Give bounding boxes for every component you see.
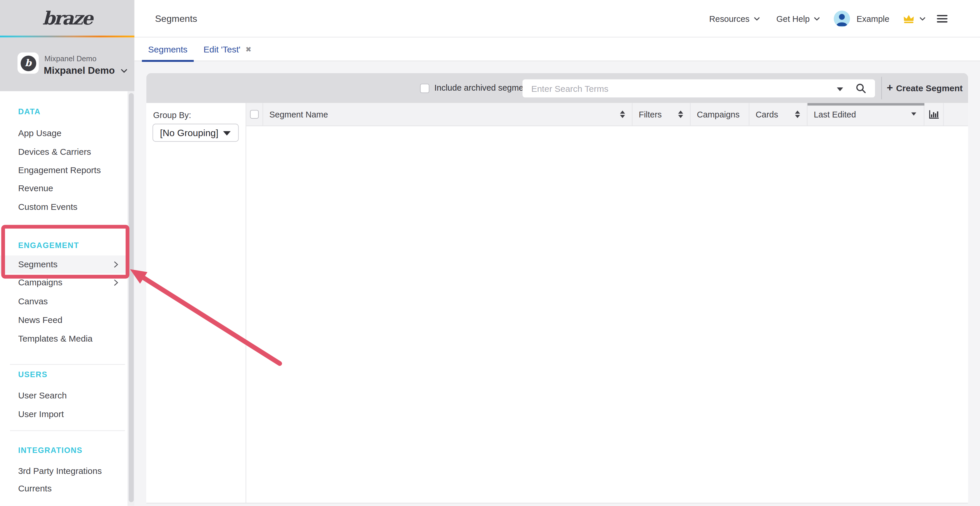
column-header-cards[interactable]: Cards: [749, 103, 807, 125]
table-body-empty: [246, 127, 968, 503]
select-all-checkbox-cell: [246, 103, 263, 125]
group-by-value: [No Grouping]: [160, 127, 218, 138]
search-icon[interactable]: [856, 83, 866, 94]
dropdown-caret-icon: [223, 131, 231, 136]
sort-icon[interactable]: [620, 110, 625, 118]
sidebar-divider: [10, 430, 125, 431]
sidebar-item-3rd-party-integrations[interactable]: 3rd Party Integrations: [0, 462, 127, 480]
get-help-menu[interactable]: Get Help: [776, 14, 821, 23]
select-all-checkbox[interactable]: [250, 110, 259, 119]
chevron-down-icon: [814, 17, 820, 21]
top-bar: Segments Resources Get Help: [0, 0, 980, 38]
sidebar-scrollbar[interactable]: [127, 91, 134, 506]
workspace-logo: b: [18, 52, 39, 74]
group-by-panel: Group By: [No Grouping]: [146, 103, 246, 504]
braze-app-window: Segments Resources Get Help: [0, 0, 980, 506]
sidebar-item-user-import[interactable]: User Import: [0, 405, 127, 423]
sidebar-item-engagement-reports[interactable]: Engagement Reports: [0, 161, 127, 179]
hamburger-menu-icon[interactable]: [937, 14, 947, 23]
user-avatar[interactable]: [834, 11, 851, 27]
sidebar-heading-users: USERS: [18, 366, 48, 384]
workspace-name: Mixpanel Demo: [44, 65, 127, 76]
sort-icon[interactable]: [678, 110, 683, 118]
sidebar-heading-engagement: ENGAGEMENT: [18, 237, 79, 254]
chevron-down-icon: [920, 17, 926, 21]
close-icon[interactable]: ✖: [246, 45, 252, 54]
create-segment-button[interactable]: + Create Segment: [881, 73, 968, 103]
page-title: Segments: [155, 0, 197, 38]
column-header-segment-name[interactable]: Segment Name: [263, 103, 632, 125]
tab-segments[interactable]: Segments: [142, 38, 194, 61]
tab-bar: Segments Edit 'Test' ✖: [134, 38, 980, 61]
include-archived-label: Include archived segments: [434, 73, 535, 103]
sidebar-item-revenue[interactable]: Revenue: [0, 179, 127, 197]
chevron-down-icon: [121, 68, 127, 73]
column-header-last-edited[interactable]: Last Edited: [808, 103, 924, 125]
table-header: Segment Name Filters Campaigns Cards Las…: [246, 103, 968, 126]
column-header-campaigns[interactable]: Campaigns: [690, 103, 749, 125]
search-box: [522, 79, 875, 97]
sidebar-item-templates-media[interactable]: Templates & Media: [0, 330, 127, 347]
sort-icon[interactable]: [795, 110, 800, 118]
sidebar-item-campaigns[interactable]: Campaigns: [0, 274, 127, 291]
crown-icon: [902, 14, 915, 24]
tab-edit-test[interactable]: Edit 'Test' ✖: [199, 38, 256, 61]
tab-label: Edit 'Test': [204, 44, 240, 54]
sidebar-item-currents[interactable]: Currents: [0, 480, 127, 497]
chevron-down-icon: [754, 17, 760, 21]
chevron-right-icon: [114, 279, 118, 286]
account-menu[interactable]: Example: [857, 14, 926, 24]
search-dropdown-caret-icon[interactable]: [837, 87, 843, 91]
column-header-analytics[interactable]: [924, 103, 943, 125]
sidebar-item-custom-events[interactable]: Custom Events: [0, 198, 127, 216]
sidebar-item-canvas[interactable]: Canvas: [0, 292, 127, 310]
sidebar-item-app-usage[interactable]: App Usage: [0, 124, 127, 142]
segments-toolbar: Include archived segments + Create Segme…: [146, 73, 968, 103]
sidebar: b Mixpanel Demo Mixpanel Demo DATA App U…: [0, 38, 134, 506]
sort-desc-icon[interactable]: [911, 113, 916, 116]
sidebar-item-devices-carriers[interactable]: Devices & Carriers: [0, 143, 127, 160]
search-input[interactable]: [522, 79, 838, 97]
top-bar-actions: Resources Get Help Exam: [709, 0, 980, 38]
group-by-select[interactable]: [No Grouping]: [153, 124, 239, 142]
sidebar-item-user-search[interactable]: User Search: [0, 387, 127, 404]
sidebar-scrollbar-thumb[interactable]: [128, 93, 133, 502]
braze-logo: braze: [0, 0, 134, 36]
sidebar-item-news-feed[interactable]: News Feed: [0, 311, 127, 328]
sidebar-header: braze: [0, 0, 134, 38]
group-by-label: Group By:: [153, 111, 191, 120]
column-header-filters[interactable]: Filters: [633, 103, 690, 125]
include-archived-checkbox[interactable]: [420, 84, 430, 93]
bar-chart-icon: [928, 109, 939, 119]
column-header-spacer: [944, 103, 968, 125]
plus-icon: +: [887, 82, 893, 94]
sidebar-item-segments[interactable]: Segments: [0, 255, 127, 273]
sidebar-heading-data: DATA: [18, 103, 41, 121]
workspace-group-label: Mixpanel Demo: [45, 54, 97, 63]
sidebar-divider: [10, 364, 125, 365]
resources-menu[interactable]: Resources: [709, 14, 760, 23]
sidebar-heading-integrations: INTEGRATIONS: [18, 442, 83, 459]
segments-panel: Include archived segments + Create Segme…: [146, 73, 968, 503]
chevron-right-icon: [114, 261, 118, 268]
tab-label: Segments: [148, 44, 188, 54]
sorted-column-indicator: [808, 103, 924, 106]
workspace-switcher[interactable]: b Mixpanel Demo Mixpanel Demo: [0, 38, 134, 91]
account-name: Example: [857, 14, 889, 23]
get-help-label: Get Help: [776, 14, 810, 23]
resources-label: Resources: [709, 14, 749, 23]
